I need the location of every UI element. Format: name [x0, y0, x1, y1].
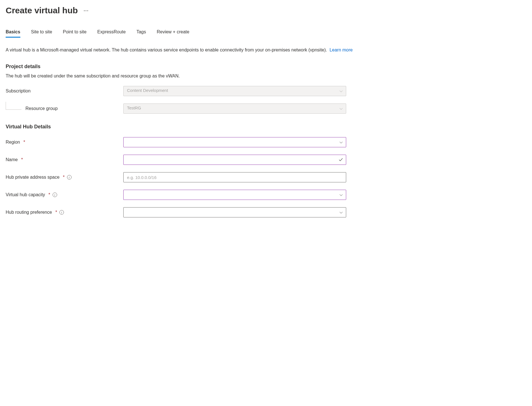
info-icon[interactable]: i [67, 175, 72, 180]
required-asterisk: * [21, 157, 23, 162]
required-asterisk: * [63, 175, 64, 180]
project-details-heading: Project details [6, 64, 526, 70]
address-space-input[interactable] [123, 172, 346, 182]
subscription-select: Content Development [123, 86, 346, 96]
routing-preference-select[interactable] [123, 207, 346, 217]
name-label: Name [6, 157, 18, 162]
description-text: A virtual hub is a Microsoft-managed vir… [6, 47, 526, 53]
virtual-hub-details-heading: Virtual Hub Details [6, 124, 526, 130]
tab-bar: Basics Site to site Point to site Expres… [6, 29, 526, 38]
required-asterisk: * [55, 210, 57, 215]
resource-group-label: Resource group [25, 106, 58, 111]
name-input[interactable] [123, 155, 346, 165]
info-icon[interactable]: i [59, 210, 64, 215]
address-space-label: Hub private address space [6, 175, 59, 180]
region-label: Region [6, 140, 20, 145]
resource-group-select: TestRG [123, 103, 346, 114]
indent-line [6, 102, 21, 110]
routing-preference-label: Hub routing preference [6, 210, 52, 215]
capacity-label: Virtual hub capacity [6, 192, 45, 197]
learn-more-link[interactable]: Learn more [329, 47, 353, 52]
info-icon[interactable]: i [53, 193, 57, 197]
tab-tags[interactable]: Tags [136, 29, 146, 38]
required-asterisk: * [48, 192, 50, 197]
more-actions-icon[interactable]: ⋯ [83, 7, 89, 14]
tab-review-create[interactable]: Review + create [157, 29, 189, 38]
page-title: Create virtual hub [6, 6, 78, 15]
tab-site-to-site[interactable]: Site to site [31, 29, 52, 38]
capacity-select[interactable] [123, 190, 346, 200]
subscription-label: Subscription [6, 88, 31, 94]
tab-expressroute[interactable]: ExpressRoute [97, 29, 126, 38]
required-asterisk: * [23, 140, 25, 145]
description-body: A virtual hub is a Microsoft-managed vir… [6, 47, 327, 52]
region-select[interactable] [123, 137, 346, 147]
project-details-note: The hub will be created under the same s… [6, 74, 526, 79]
tab-point-to-site[interactable]: Point to site [63, 29, 87, 38]
tab-basics[interactable]: Basics [6, 29, 20, 38]
